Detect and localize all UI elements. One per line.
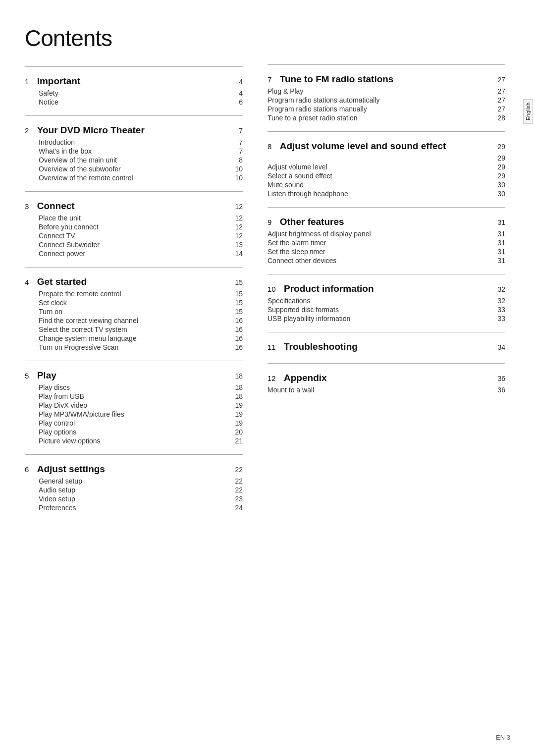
subsection-row: Select a sound effect29 [268, 171, 505, 180]
subsection-label: Play from USB [39, 392, 84, 400]
subsection-row: Select the correct TV system16 [39, 325, 243, 334]
subsection-label: Notice [39, 98, 58, 106]
subsection-label: Select a sound effect [268, 172, 332, 180]
subsection-label: Play control [39, 419, 75, 427]
section-number-sec6: 6 [25, 465, 33, 474]
subsection-label: Set clock [39, 299, 67, 307]
section-number-sec2: 2 [25, 126, 33, 135]
subsection-row: Audio setup22 [39, 486, 243, 494]
subsection-page: 10 [233, 174, 243, 182]
section-page-sec3: 12 [235, 203, 243, 211]
subsection-row: Picture view options21 [39, 436, 243, 445]
subsection-label: Select the correct TV system [39, 325, 127, 333]
subsection-row: Adjust brightness of display panel31 [268, 229, 505, 238]
section-number-sec1: 1 [25, 77, 33, 86]
right-section-title-sec8: Adjust volume level and sound effect [280, 141, 446, 152]
subsection-page: 21 [233, 437, 243, 445]
subsection-label: Mute sound [268, 181, 304, 189]
section-sec1: 1 Important4Safety4Notice6 [25, 66, 243, 115]
right-section-number-sec8: 8 [268, 142, 276, 151]
subsection-page: 7 [233, 138, 243, 146]
section-header-sec1: 1 Important4 [25, 76, 243, 87]
subsection-row: Turn on Progressive Scan16 [39, 343, 243, 352]
subsection-label: Mount to a wall [268, 386, 314, 394]
section-title-sec1: Important [37, 76, 81, 87]
subsection-row: USB playability information33 [268, 314, 505, 323]
subsection-label: Safety [39, 89, 58, 97]
subsection-label: Play MP3/WMA/picture files [39, 410, 124, 418]
subsection-page: 28 [497, 114, 505, 122]
subsection-label: Program radio stations manually [268, 105, 367, 113]
subsection-row: Play options20 [39, 428, 243, 436]
subsection-row: Safety4 [39, 89, 243, 98]
subsection-row: Play from USB18 [39, 392, 243, 401]
right-section-sec8: 8 Adjust volume level and sound effect29… [268, 131, 505, 207]
right-section-title-sec10: Product information [284, 283, 374, 294]
subsection-page: 16 [233, 343, 243, 351]
subsection-page: 7 [233, 147, 243, 155]
subsection-page: 22 [233, 486, 243, 494]
right-section-title-sec9: Other features [280, 216, 344, 227]
subsection-row: Place the unit12 [39, 214, 243, 222]
subsection-page: 31 [497, 257, 505, 265]
section-header-sec5: 5 Play18 [25, 370, 243, 381]
section-header-sec6: 6 Adjust settings22 [25, 464, 243, 475]
right-section-header-sec10: 10 Product information32 [268, 283, 505, 294]
right-section-title-sec7: Tune to FM radio stations [280, 74, 394, 85]
side-tab-label: English [523, 99, 533, 124]
section-header-sec4: 4 Get started15 [25, 276, 243, 287]
subsection-row: What's in the box7 [39, 147, 243, 156]
subsection-page: 19 [233, 419, 243, 427]
subsection-label: Play options [39, 428, 76, 436]
subsection-label: Play DivX video [39, 401, 87, 409]
subsection-page: 24 [233, 504, 243, 512]
subsection-label: Tune to a preset radio station [268, 114, 358, 122]
subsection-page: 18 [233, 383, 243, 391]
right-section-header-sec8: 8 Adjust volume level and sound effect29 [268, 141, 505, 152]
section-number-sec4: 4 [25, 278, 33, 286]
subsection-row: Preferences24 [39, 503, 243, 512]
subsection-page: 30 [497, 181, 505, 189]
main-content: Contents 1 Important4Safety4Notice62 You… [0, 0, 535, 756]
section-sec4: 4 Get started15Prepare the remote contro… [25, 267, 243, 361]
subsection-page: 15 [233, 299, 243, 307]
section-title-sec6: Adjust settings [37, 464, 105, 475]
right-section-number-sec7: 7 [268, 75, 276, 84]
subsection-label: Set the alarm timer [268, 239, 326, 247]
subsection-page: 22 [233, 477, 243, 485]
subsection-row: Mount to a wall36 [268, 385, 505, 394]
section-sec2: 2 Your DVD Micro Theater7Introduction7Wh… [25, 115, 243, 191]
section-title-sec5: Play [37, 370, 56, 381]
subsection-row: Set the alarm timer31 [268, 238, 505, 247]
subsection-row: Connect power14 [39, 249, 243, 258]
subsection-row: General setup22 [39, 477, 243, 486]
subsection-page: 31 [497, 239, 505, 247]
right-section-header-sec7: 7 Tune to FM radio stations27 [268, 74, 505, 85]
section-sec6: 6 Adjust settings22General setup22Audio … [25, 454, 243, 521]
right-section-page-sec10: 32 [497, 285, 505, 293]
subsection-page: 33 [497, 306, 505, 314]
subsection-row: Notice6 [39, 98, 243, 107]
right-section-header-sec11: 11 Troubleshooting34 [268, 341, 505, 352]
subsection-label: Overview of the main unit [39, 156, 117, 164]
page-title: Contents [25, 25, 243, 52]
subsection-page: 19 [233, 401, 243, 409]
subsection-page: 36 [497, 386, 505, 394]
right-section-sec11: 11 Troubleshooting34 [268, 332, 505, 363]
subsection-label: Specifications [268, 297, 310, 305]
subsection-label: General setup [39, 477, 82, 485]
subsection-label: Plug & Play [268, 87, 303, 95]
right-column: 7 Tune to FM radio stations27Plug & Play… [258, 25, 505, 731]
subsection-row: Program radio stations automatically27 [268, 96, 505, 105]
subsection-label: Video setup [39, 495, 75, 503]
subsection-label: Preferences [39, 504, 76, 512]
subsection-label: Connect other devices [268, 257, 336, 265]
subsection-row: Video setup23 [39, 494, 243, 503]
section-page-sec5: 18 [235, 372, 243, 380]
subsection-label: Turn on Progressive Scan [39, 343, 118, 351]
subsection-page: 13 [233, 241, 243, 249]
left-column: Contents 1 Important4Safety4Notice62 You… [25, 25, 258, 731]
subsection-page: 16 [233, 325, 243, 333]
right-section-title-sec11: Troubleshooting [284, 341, 358, 352]
subsection-row: Play MP3/WMA/picture files19 [39, 410, 243, 419]
